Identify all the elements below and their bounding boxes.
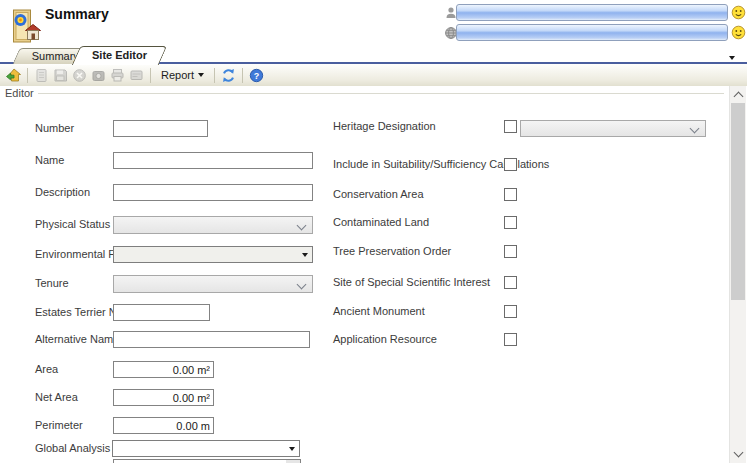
partial-next-control: [113, 459, 301, 463]
chevron-down-icon: [733, 448, 743, 458]
toolbar-separator: [242, 68, 243, 83]
number-field[interactable]: [113, 120, 208, 137]
field-label-name: Name: [35, 152, 64, 169]
tenure-select[interactable]: [113, 275, 313, 293]
field-label-contaminated-land: Contaminated Land: [333, 214, 429, 231]
field-label-physical-status: Physical Status: [35, 216, 110, 233]
include-in-suitability-sufficiency-calculations-checkbox[interactable]: [504, 158, 517, 171]
field-label-tenure: Tenure: [35, 275, 69, 292]
heritage-designation-select[interactable]: [520, 120, 706, 137]
alternative-name-field[interactable]: [113, 331, 310, 348]
field-label-alternative-name: Alternative Name: [35, 331, 119, 348]
app-window: Summary Summary Site Editor: [0, 0, 747, 463]
smiley-icon: [731, 5, 746, 20]
description-field[interactable]: [113, 184, 313, 201]
chevron-down-icon: [289, 447, 295, 451]
perimeter-field[interactable]: [113, 417, 214, 434]
save-icon: [51, 66, 70, 85]
field-label-number: Number: [35, 120, 74, 137]
field-label-perimeter: Perimeter: [35, 417, 83, 434]
svg-text:?: ?: [254, 70, 260, 80]
field-label-heritage-designation: Heritage Designation: [333, 118, 436, 135]
group-label-editor: Editor: [5, 87, 38, 99]
toolbar-separator: [27, 68, 28, 83]
toolbar-separator: [214, 68, 215, 83]
chevron-down-icon: [297, 221, 307, 231]
chevron-down-icon: [690, 124, 700, 134]
conservation-area-checkbox[interactable]: [504, 188, 517, 201]
heritage-designation-checkbox[interactable]: [504, 120, 517, 133]
site-of-special-scientific-interest-checkbox[interactable]: [504, 276, 517, 289]
chevron-down-icon: [302, 253, 308, 257]
chevron-down-icon: [729, 56, 735, 60]
page-icon: [32, 66, 51, 85]
scrollbar-thumb[interactable]: [731, 103, 745, 300]
chevron-up-icon: [733, 92, 743, 102]
home-icon[interactable]: [4, 66, 23, 85]
export-icon: [127, 66, 146, 85]
tab-site-editor[interactable]: Site Editor: [72, 46, 167, 65]
camera-icon: [89, 66, 108, 85]
header-field-site[interactable]: [456, 24, 728, 41]
name-field[interactable]: [113, 152, 313, 169]
print-icon: [108, 66, 127, 85]
header: Summary: [0, 0, 747, 46]
field-label-site-of-special-scientific-interest: Site of Special Scientific Interest: [333, 274, 490, 291]
report-button[interactable]: Report: [155, 66, 210, 85]
field-label-application-resource: Application Resource: [333, 331, 437, 348]
field-label-global-analysis: Global Analysis: [35, 440, 110, 457]
ancient-monument-checkbox[interactable]: [504, 305, 517, 318]
cancel-icon: [70, 66, 89, 85]
contaminated-land-checkbox[interactable]: [504, 216, 517, 229]
physical-status-select[interactable]: [113, 216, 313, 234]
dropdown-button[interactable]: [298, 248, 311, 261]
vertical-scrollbar[interactable]: [729, 86, 746, 463]
help-icon[interactable]: ?: [247, 66, 266, 85]
application-resource-checkbox[interactable]: [504, 333, 517, 346]
scroll-down-button[interactable]: [730, 446, 746, 463]
field-label-conservation-area: Conservation Area: [333, 186, 424, 203]
tab-strip: Summary Site Editor: [0, 46, 747, 64]
page-title: Summary: [45, 6, 109, 22]
dropdown-button[interactable]: [285, 442, 298, 455]
environmental-factor-combo[interactable]: [113, 246, 313, 263]
site-folder-house-icon: [7, 8, 43, 46]
area-field[interactable]: [113, 361, 214, 378]
chevron-down-icon: [198, 73, 204, 77]
field-label-net-area: Net Area: [35, 389, 78, 406]
toolbar: Report ?: [0, 64, 747, 86]
header-field-user[interactable]: [456, 4, 728, 21]
group-divider: [37, 93, 724, 94]
scroll-up-button[interactable]: [730, 86, 746, 103]
chevron-down-icon: [297, 280, 307, 290]
field-label-ancient-monument: Ancient Monument: [333, 303, 425, 320]
field-label-tree-preservation-order: Tree Preservation Order: [333, 243, 451, 260]
estates-terrier-number-field[interactable]: [113, 304, 210, 321]
toolbar-separator: [150, 68, 151, 83]
tree-preservation-order-checkbox[interactable]: [504, 245, 517, 258]
tab-list-button[interactable]: [729, 50, 738, 58]
net-area-field[interactable]: [113, 389, 214, 406]
smiley-icon: [731, 25, 746, 40]
field-label-area: Area: [35, 361, 58, 378]
field-label-description: Description: [35, 184, 90, 201]
global-analysis-combo[interactable]: [112, 440, 300, 457]
refresh-icon[interactable]: [219, 66, 238, 85]
